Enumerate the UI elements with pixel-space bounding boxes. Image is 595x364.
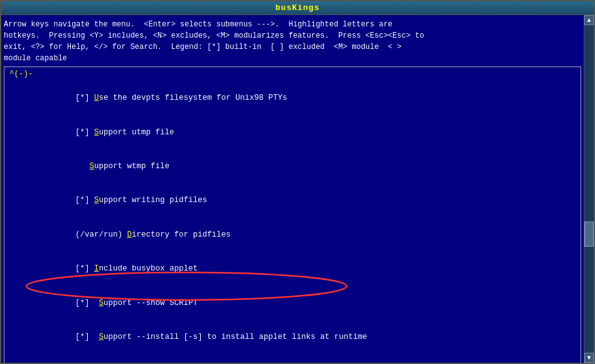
list-item[interactable]: [*] Support --show SCRIPT	[4, 286, 581, 319]
menu-header: ^(-)-	[4, 68, 581, 80]
scrollbar[interactable]: ▲ ▼	[584, 15, 594, 363]
help-text: Arrow keys navigate the menu. <Enter> se…	[4, 19, 581, 64]
title-bar: busKings	[1, 1, 594, 15]
list-item[interactable]: [*] Include busybox applet	[4, 252, 581, 286]
scrollbar-thumb[interactable]	[584, 222, 594, 247]
list-item[interactable]: [*] Support --install [-s] to install ap…	[4, 320, 581, 354]
content-area: Arrow keys navigate the menu. <Enter> se…	[1, 15, 594, 363]
list-item[interactable]: Support wtmp file	[4, 149, 581, 183]
menu-container: ^(-)- [*] Use the devpts filesystem for …	[4, 67, 581, 363]
list-item[interactable]: [*] Support writing pidfiles	[4, 183, 581, 217]
list-item[interactable]: [*] Use the devpts filesystem for Unix98…	[4, 81, 581, 115]
main-window: busKings Arrow keys navigate the menu. <…	[0, 0, 595, 364]
main-panel[interactable]: Arrow keys navigate the menu. <Enter> se…	[1, 15, 584, 363]
list-item[interactable]: [ ] Don't use /usr	[4, 354, 581, 363]
list-item[interactable]: [*] Support utmp file	[4, 115, 581, 149]
list-item[interactable]: (/var/run) Directory for pidfiles	[4, 218, 581, 252]
scroll-up-button[interactable]: ▲	[584, 15, 594, 25]
scroll-down-button[interactable]: ▼	[584, 353, 594, 363]
scrollbar-track[interactable]	[584, 25, 594, 353]
window-title: busKings	[276, 3, 319, 13]
